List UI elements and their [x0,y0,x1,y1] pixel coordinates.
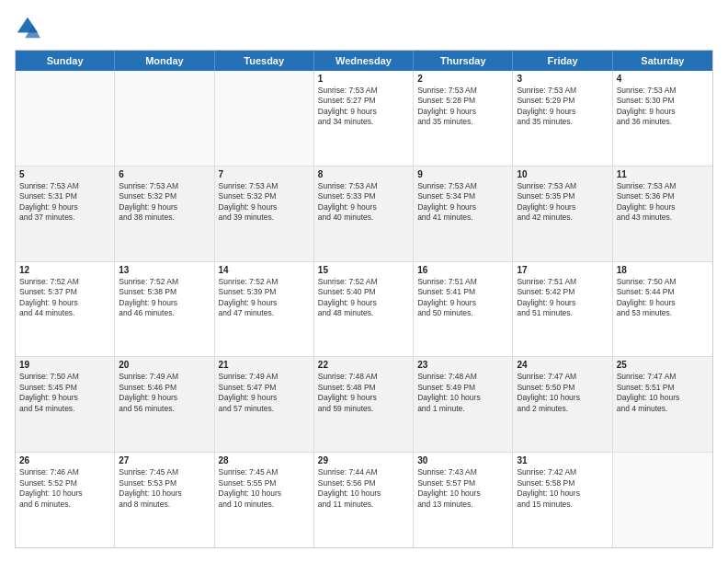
day-info: Sunrise: 7:49 AM Sunset: 5:47 PM Dayligh… [219,372,310,414]
calendar-cell: 9Sunrise: 7:53 AM Sunset: 5:34 PM Daylig… [414,167,513,261]
day-number: 18 [617,265,709,275]
calendar-cell: 11Sunrise: 7:53 AM Sunset: 5:36 PM Dayli… [613,167,712,261]
day-number: 5 [19,169,110,179]
day-number: 30 [417,455,508,465]
day-info: Sunrise: 7:51 AM Sunset: 5:42 PM Dayligh… [517,277,608,319]
day-info: Sunrise: 7:53 AM Sunset: 5:31 PM Dayligh… [19,181,110,224]
day-info: Sunrise: 7:53 AM Sunset: 5:34 PM Dayligh… [417,181,508,224]
day-number: 2 [417,74,508,84]
header-day-sunday: Sunday [16,51,115,71]
day-number: 28 [219,455,310,465]
calendar-cell: 30Sunrise: 7:43 AM Sunset: 5:57 PM Dayli… [414,453,513,547]
header-day-monday: Monday [115,51,214,71]
calendar-cell: 27Sunrise: 7:45 AM Sunset: 5:53 PM Dayli… [115,453,214,547]
header-day-saturday: Saturday [613,51,712,71]
day-info: Sunrise: 7:50 AM Sunset: 5:44 PM Dayligh… [617,277,709,319]
day-info: Sunrise: 7:53 AM Sunset: 5:29 PM Dayligh… [517,86,608,128]
day-number: 16 [417,265,508,275]
day-info: Sunrise: 7:53 AM Sunset: 5:35 PM Dayligh… [517,181,608,224]
day-number: 13 [119,265,210,275]
calendar-cell: 4Sunrise: 7:53 AM Sunset: 5:30 PM Daylig… [613,71,712,166]
page: SundayMondayTuesdayWednesdayThursdayFrid… [0,0,728,563]
day-info: Sunrise: 7:44 AM Sunset: 5:56 PM Dayligh… [318,467,409,510]
calendar-week-4: 19Sunrise: 7:50 AM Sunset: 5:45 PM Dayli… [16,357,712,453]
day-info: Sunrise: 7:53 AM Sunset: 5:33 PM Dayligh… [318,181,409,224]
day-number: 27 [119,455,210,465]
day-info: Sunrise: 7:52 AM Sunset: 5:37 PM Dayligh… [19,277,110,319]
header-day-thursday: Thursday [414,51,513,71]
day-info: Sunrise: 7:50 AM Sunset: 5:45 PM Dayligh… [19,372,110,414]
calendar-cell: 5Sunrise: 7:53 AM Sunset: 5:31 PM Daylig… [16,167,115,261]
header-day-friday: Friday [513,51,612,71]
day-number: 7 [219,169,310,179]
calendar-cell: 29Sunrise: 7:44 AM Sunset: 5:56 PM Dayli… [314,453,414,547]
calendar-cell: 28Sunrise: 7:45 AM Sunset: 5:55 PM Dayli… [215,453,314,547]
day-info: Sunrise: 7:45 AM Sunset: 5:55 PM Dayligh… [219,467,310,510]
calendar-cell: 22Sunrise: 7:48 AM Sunset: 5:48 PM Dayli… [314,357,414,452]
day-info: Sunrise: 7:52 AM Sunset: 5:40 PM Dayligh… [318,277,409,319]
day-number: 3 [517,74,608,84]
day-number: 20 [119,360,210,370]
calendar-cell: 17Sunrise: 7:51 AM Sunset: 5:42 PM Dayli… [513,262,612,357]
calendar-cell: 12Sunrise: 7:52 AM Sunset: 5:37 PM Dayli… [16,262,115,357]
day-info: Sunrise: 7:47 AM Sunset: 5:50 PM Dayligh… [517,372,608,414]
calendar-cell [16,71,115,166]
day-number: 11 [617,169,709,179]
day-info: Sunrise: 7:51 AM Sunset: 5:41 PM Dayligh… [417,277,508,319]
calendar-cell: 21Sunrise: 7:49 AM Sunset: 5:47 PM Dayli… [215,357,314,452]
day-number: 22 [318,360,409,370]
day-info: Sunrise: 7:53 AM Sunset: 5:32 PM Dayligh… [219,181,310,224]
calendar-week-1: 1Sunrise: 7:53 AM Sunset: 5:27 PM Daylig… [16,71,712,167]
day-info: Sunrise: 7:49 AM Sunset: 5:46 PM Dayligh… [119,372,210,414]
calendar-cell: 16Sunrise: 7:51 AM Sunset: 5:41 PM Dayli… [414,262,513,357]
calendar-cell: 24Sunrise: 7:47 AM Sunset: 5:50 PM Dayli… [513,357,612,452]
calendar-week-5: 26Sunrise: 7:46 AM Sunset: 5:52 PM Dayli… [16,453,712,547]
day-info: Sunrise: 7:47 AM Sunset: 5:51 PM Dayligh… [617,372,709,414]
calendar-cell: 23Sunrise: 7:48 AM Sunset: 5:49 PM Dayli… [414,357,513,452]
day-number: 17 [517,265,608,275]
day-info: Sunrise: 7:52 AM Sunset: 5:39 PM Dayligh… [219,277,310,319]
day-info: Sunrise: 7:48 AM Sunset: 5:49 PM Dayligh… [417,372,508,414]
calendar-week-2: 5Sunrise: 7:53 AM Sunset: 5:31 PM Daylig… [16,167,712,262]
day-number: 25 [617,360,709,370]
day-number: 31 [517,455,608,465]
day-number: 26 [19,455,110,465]
calendar-cell [613,453,712,547]
day-info: Sunrise: 7:53 AM Sunset: 5:27 PM Dayligh… [318,86,409,128]
calendar-body: 1Sunrise: 7:53 AM Sunset: 5:27 PM Daylig… [16,71,712,547]
day-number: 23 [417,360,508,370]
day-info: Sunrise: 7:45 AM Sunset: 5:53 PM Dayligh… [119,467,210,510]
calendar: SundayMondayTuesdayWednesdayThursdayFrid… [15,50,713,548]
day-number: 4 [617,74,709,84]
calendar-cell: 8Sunrise: 7:53 AM Sunset: 5:33 PM Daylig… [314,167,414,261]
day-number: 19 [19,360,110,370]
calendar-cell: 20Sunrise: 7:49 AM Sunset: 5:46 PM Dayli… [115,357,214,452]
day-info: Sunrise: 7:53 AM Sunset: 5:36 PM Dayligh… [617,181,709,224]
day-number: 8 [318,169,409,179]
day-number: 10 [517,169,608,179]
day-info: Sunrise: 7:53 AM Sunset: 5:30 PM Dayligh… [617,86,709,128]
calendar-cell: 19Sunrise: 7:50 AM Sunset: 5:45 PM Dayli… [16,357,115,452]
day-info: Sunrise: 7:46 AM Sunset: 5:52 PM Dayligh… [19,467,110,510]
calendar-cell: 18Sunrise: 7:50 AM Sunset: 5:44 PM Dayli… [613,262,712,357]
day-number: 6 [119,169,210,179]
calendar-cell: 3Sunrise: 7:53 AM Sunset: 5:29 PM Daylig… [513,71,612,166]
day-number: 14 [219,265,310,275]
calendar-cell: 15Sunrise: 7:52 AM Sunset: 5:40 PM Dayli… [314,262,414,357]
header-day-wednesday: Wednesday [314,51,414,71]
calendar-cell: 10Sunrise: 7:53 AM Sunset: 5:35 PM Dayli… [513,167,612,261]
day-info: Sunrise: 7:48 AM Sunset: 5:48 PM Dayligh… [318,372,409,414]
day-info: Sunrise: 7:43 AM Sunset: 5:57 PM Dayligh… [417,467,508,510]
day-info: Sunrise: 7:52 AM Sunset: 5:38 PM Dayligh… [119,277,210,319]
calendar-cell [215,71,314,166]
day-info: Sunrise: 7:42 AM Sunset: 5:58 PM Dayligh… [517,467,608,510]
calendar-cell [115,71,214,166]
day-info: Sunrise: 7:53 AM Sunset: 5:32 PM Dayligh… [119,181,210,224]
day-number: 21 [219,360,310,370]
day-number: 12 [19,265,110,275]
calendar-cell: 7Sunrise: 7:53 AM Sunset: 5:32 PM Daylig… [215,167,314,261]
header-day-tuesday: Tuesday [215,51,314,71]
calendar-cell: 6Sunrise: 7:53 AM Sunset: 5:32 PM Daylig… [115,167,214,261]
calendar-week-3: 12Sunrise: 7:52 AM Sunset: 5:37 PM Dayli… [16,262,712,358]
calendar-cell: 14Sunrise: 7:52 AM Sunset: 5:39 PM Dayli… [215,262,314,357]
